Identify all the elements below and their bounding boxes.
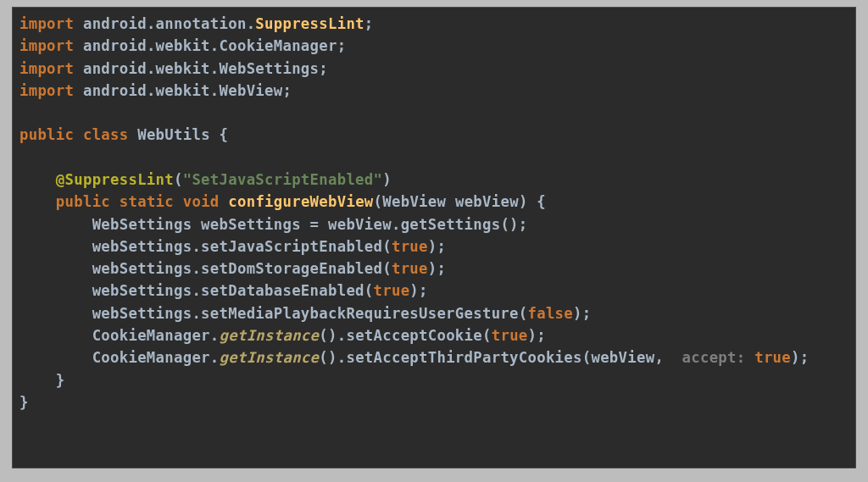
blank-line [19, 104, 29, 121]
code-line: webSettings.setMediaPlaybackRequiresUser… [19, 305, 591, 322]
code-line: } [19, 372, 65, 389]
code-line: CookieManager.getInstance().setAcceptThi… [19, 349, 809, 366]
code-line: @SuppressLint("SetJavaScriptEnabled") [19, 171, 392, 188]
method-name: configureWebView [228, 193, 373, 210]
static-call: getInstance [220, 327, 320, 344]
code-line: import android.annotation.SuppressLint; [19, 15, 374, 32]
keyword-import: import [19, 15, 74, 32]
bool-true: true [392, 238, 428, 255]
code-line: } [19, 394, 29, 411]
code-line: import android.webkit.WebView; [19, 82, 292, 99]
code-line: WebSettings webSettings = webView.getSet… [19, 216, 528, 233]
code-line: webSettings.setDomStorageEnabled(true); [19, 260, 446, 277]
code-editor[interactable]: import android.annotation.SuppressLint; … [12, 7, 856, 468]
class-name: WebUtils [137, 126, 210, 143]
code-line: import android.webkit.CookieManager; [19, 37, 346, 54]
code-line: webSettings.setJavaScriptEnabled(true); [19, 238, 446, 255]
code-line: import android.webkit.WebSettings; [19, 60, 328, 77]
keyword-import: import [19, 82, 74, 99]
code-line: public static void configureWebView(WebV… [19, 193, 546, 210]
keyword-import: import [19, 37, 74, 54]
code-line: CookieManager.getInstance().setAcceptCoo… [19, 327, 546, 344]
blank-line [19, 149, 29, 166]
keyword-public: public [19, 126, 74, 143]
keyword-import: import [19, 60, 74, 77]
parameter-hint: accept: [682, 349, 746, 366]
annotation: @SuppressLint [56, 171, 174, 188]
string-literal: "SetJavaScriptEnabled" [183, 171, 383, 188]
keyword-class: class [83, 126, 129, 143]
bool-false: false [527, 305, 573, 322]
code-line: public class WebUtils { [19, 126, 228, 143]
code-line: webSettings.setDatabaseEnabled(true); [19, 282, 428, 299]
